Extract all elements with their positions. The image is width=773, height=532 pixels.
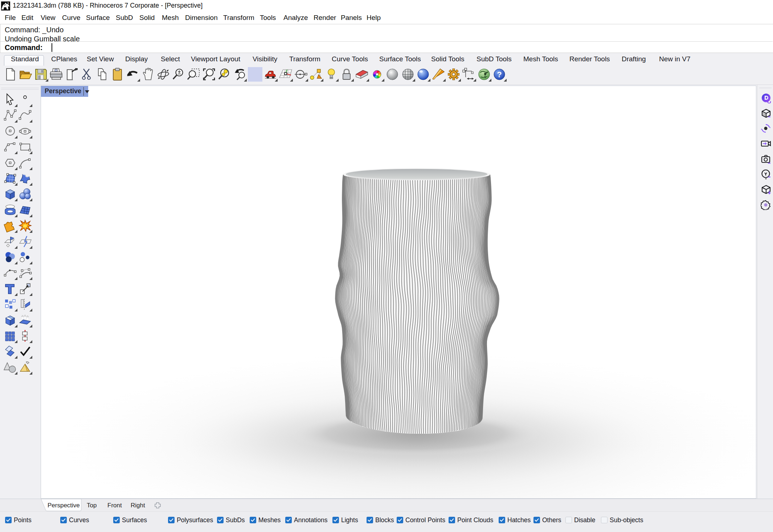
svg-text:7: 7: [7, 2, 9, 5]
svg-text:?: ?: [497, 70, 502, 79]
